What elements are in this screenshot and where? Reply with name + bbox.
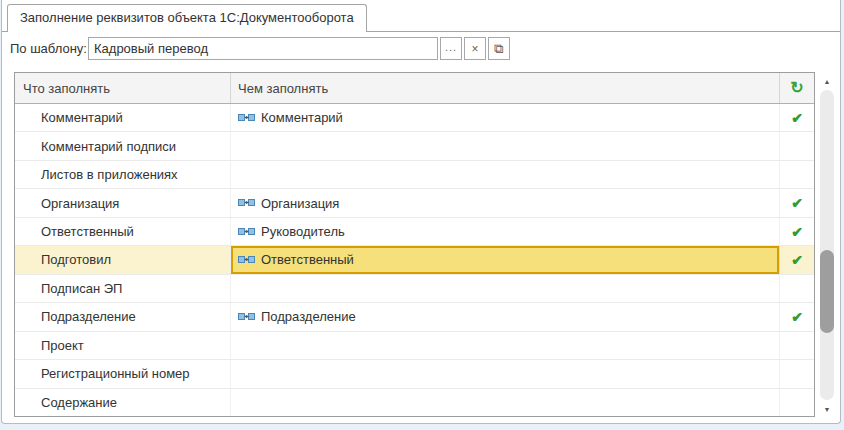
attribute-link-icon (238, 255, 255, 265)
mapping-table: Что заполнять Чем заполнять ↻ Комментари… (14, 72, 815, 417)
attribute-link-icon (238, 198, 255, 208)
check-icon: ✔ (791, 253, 803, 267)
check-icon: ✔ (791, 225, 803, 239)
scroll-up-button[interactable]: ▲ (818, 74, 836, 88)
value-label: Руководитель (261, 224, 345, 239)
column-header-what[interactable]: Что заполнять (15, 73, 231, 103)
scroll-down-icon: ▼ (824, 406, 831, 413)
tab-fill-attributes[interactable]: Заполнение реквизитов объекта 1С:Докумен… (7, 4, 367, 32)
cell-check (780, 161, 814, 188)
value-label: Подразделение (261, 309, 356, 324)
check-icon: ✔ (791, 310, 803, 324)
open-in-window-icon: ⧉ (494, 41, 503, 57)
check-icon: ✔ (791, 196, 803, 210)
cell-check (780, 275, 814, 302)
table-row[interactable]: Листов в приложениях (15, 161, 814, 189)
refresh-icon: ↻ (790, 80, 803, 96)
tab-title: Заполнение реквизитов объекта 1С:Докумен… (20, 10, 354, 25)
cell-what[interactable]: Комментарий подписи (15, 132, 231, 159)
cell-what[interactable]: Организация (15, 189, 231, 216)
table-row[interactable]: Организация Организация ✔ (15, 189, 814, 217)
table-row[interactable]: Проект (15, 332, 814, 360)
choose-button[interactable]: ... (440, 37, 462, 60)
clear-button[interactable]: × (464, 37, 486, 60)
refresh-button[interactable]: ↻ (780, 73, 814, 103)
cell-check: ✔ (780, 189, 814, 216)
cell-how[interactable]: Организация (231, 189, 780, 216)
open-button[interactable]: ⧉ (488, 37, 510, 60)
what-label: Листов в приложениях (41, 167, 178, 182)
table-row[interactable]: Подписан ЭП (15, 275, 814, 303)
scrollbar-track[interactable] (820, 90, 834, 400)
ellipsis-icon: ... (445, 41, 457, 53)
close-icon: × (471, 42, 478, 56)
value-label: Ответственный (261, 252, 354, 267)
table-body: Комментарий Комментарий ✔ Комментарий по… (15, 104, 814, 416)
cell-what[interactable]: Подписан ЭП (15, 275, 231, 302)
scrollbar-thumb[interactable] (820, 250, 834, 333)
cell-how[interactable] (231, 275, 780, 302)
cell-how[interactable] (231, 332, 780, 359)
what-label: Подписан ЭП (41, 281, 122, 296)
table-row[interactable]: Комментарий Комментарий ✔ (15, 104, 814, 132)
check-icon: ✔ (791, 111, 803, 125)
vertical-scrollbar: ▲ ▼ (818, 74, 836, 416)
cell-check (780, 332, 814, 359)
table-header-row: Что заполнять Чем заполнять ↻ (15, 73, 814, 104)
cell-check: ✔ (780, 218, 814, 245)
what-label: Комментарий подписи (41, 139, 176, 154)
scroll-down-button[interactable]: ▼ (818, 402, 836, 416)
cell-what[interactable]: Ответственный (15, 218, 231, 245)
table-row[interactable]: Ответственный Руководитель ✔ (15, 218, 814, 246)
cell-what[interactable]: Регистрационный номер (15, 360, 231, 387)
cell-check (780, 389, 814, 416)
cell-what[interactable]: Содержание (15, 389, 231, 416)
cell-how[interactable]: Комментарий (231, 104, 780, 131)
value-label: Организация (261, 196, 339, 211)
cell-how[interactable] (231, 389, 780, 416)
what-label: Содержание (41, 395, 117, 410)
table-row[interactable]: Комментарий подписи (15, 132, 814, 160)
cell-what[interactable]: Подготовил (15, 246, 231, 273)
what-label: Ответственный (41, 224, 134, 239)
value-label: Комментарий (261, 110, 343, 125)
template-field-label: По шаблону: (10, 37, 87, 60)
cell-how[interactable] (231, 132, 780, 159)
cell-check (780, 132, 814, 159)
attribute-link-icon (238, 227, 255, 237)
what-label: Регистрационный номер (41, 366, 190, 381)
cell-how[interactable] (231, 360, 780, 387)
column-header-how-label: Чем заполнять (238, 81, 328, 96)
what-label: Комментарий (41, 110, 123, 125)
attribute-link-icon (238, 113, 255, 123)
table-row[interactable]: Регистрационный номер (15, 360, 814, 388)
cell-check: ✔ (780, 246, 814, 273)
column-header-what-label: Что заполнять (23, 81, 110, 96)
cell-what[interactable]: Проект (15, 332, 231, 359)
cell-what[interactable]: Подразделение (15, 303, 231, 330)
table-row[interactable]: Содержание (15, 389, 814, 416)
column-header-how[interactable]: Чем заполнять (231, 73, 780, 103)
cell-how[interactable] (231, 161, 780, 188)
table-row[interactable]: Подготовил Ответственный ✔ (15, 246, 814, 274)
what-label: Подразделение (41, 309, 136, 324)
what-label: Проект (41, 338, 84, 353)
cell-how[interactable]: Руководитель (231, 218, 780, 245)
scroll-up-icon: ▲ (824, 78, 831, 85)
table-row[interactable]: Подразделение Подразделение ✔ (15, 303, 814, 331)
what-label: Подготовил (41, 252, 111, 267)
cell-check (780, 360, 814, 387)
cell-check: ✔ (780, 104, 814, 131)
cell-how[interactable]: Ответственный (231, 246, 780, 273)
attribute-link-icon (238, 312, 255, 322)
template-input[interactable] (88, 37, 438, 60)
cell-check: ✔ (780, 303, 814, 330)
cell-how[interactable]: Подразделение (231, 303, 780, 330)
cell-what[interactable]: Листов в приложениях (15, 161, 231, 188)
cell-what[interactable]: Комментарий (15, 104, 231, 131)
what-label: Организация (41, 196, 119, 211)
